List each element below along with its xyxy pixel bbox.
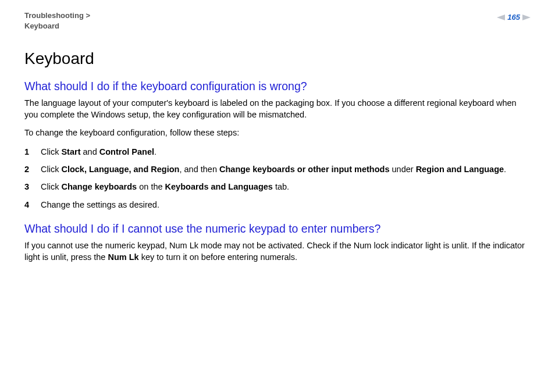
page-number: 165: [507, 13, 520, 22]
step-item: Click Start and Control Panel.: [24, 146, 531, 158]
step-bold: Control Panel: [99, 147, 154, 156]
step-item: Click Clock, Language, and Region, and t…: [24, 163, 531, 175]
step-text: .: [154, 147, 156, 156]
step-bold: Change keyboards or other input methods: [219, 165, 389, 174]
breadcrumb: Troubleshooting > Keyboard: [24, 10, 90, 31]
body-paragraph: If you cannot use the numeric keypad, Nu…: [24, 240, 531, 263]
step-item: Click Change keyboards on the Keyboards …: [24, 181, 531, 193]
page-content: Keyboard What should I do if the keyboar…: [24, 49, 531, 263]
step-bold: Region and Language: [416, 165, 504, 174]
step-text: Click: [41, 182, 61, 191]
svg-marker-0: [497, 15, 505, 20]
breadcrumb-section: Troubleshooting: [24, 11, 84, 20]
step-bold: Keyboards and Languages: [165, 182, 273, 191]
prev-page-arrow-icon[interactable]: [497, 15, 505, 20]
page-header: Troubleshooting > Keyboard 165: [24, 10, 531, 31]
section-heading: What should I do if I cannot use the num…: [24, 222, 531, 236]
svg-marker-1: [522, 15, 531, 20]
next-page-arrow-icon[interactable]: [522, 15, 531, 20]
step-text: on the: [137, 182, 165, 191]
body-paragraph: The language layout of your computer's k…: [24, 98, 531, 120]
section-heading: What should I do if the keyboard configu…: [24, 80, 531, 93]
page-number-nav: 165: [497, 10, 531, 22]
step-item: Change the settings as desired.: [24, 199, 531, 211]
step-text: Click: [41, 147, 61, 156]
paragraph-text: key to turn it on before entering numera…: [139, 252, 297, 262]
step-text: Click: [41, 165, 61, 174]
step-text: tab.: [273, 182, 289, 191]
step-text: Change the settings as desired.: [41, 200, 159, 209]
step-bold: Clock, Language, and Region: [61, 165, 179, 174]
page-title: Keyboard: [24, 49, 531, 68]
breadcrumb-separator: >: [84, 11, 90, 20]
step-bold: Change keyboards: [61, 182, 137, 191]
breadcrumb-page: Keyboard: [24, 22, 59, 30]
body-paragraph: To change the keyboard configuration, fo…: [24, 127, 531, 139]
paragraph-bold: Num Lk: [108, 252, 138, 262]
step-text: under: [389, 165, 415, 174]
steps-list: Click Start and Control Panel. Click Clo…: [24, 146, 531, 211]
step-text: and: [81, 147, 99, 156]
step-bold: Start: [61, 147, 80, 156]
step-text: , and then: [179, 165, 219, 174]
step-text: .: [504, 165, 506, 174]
